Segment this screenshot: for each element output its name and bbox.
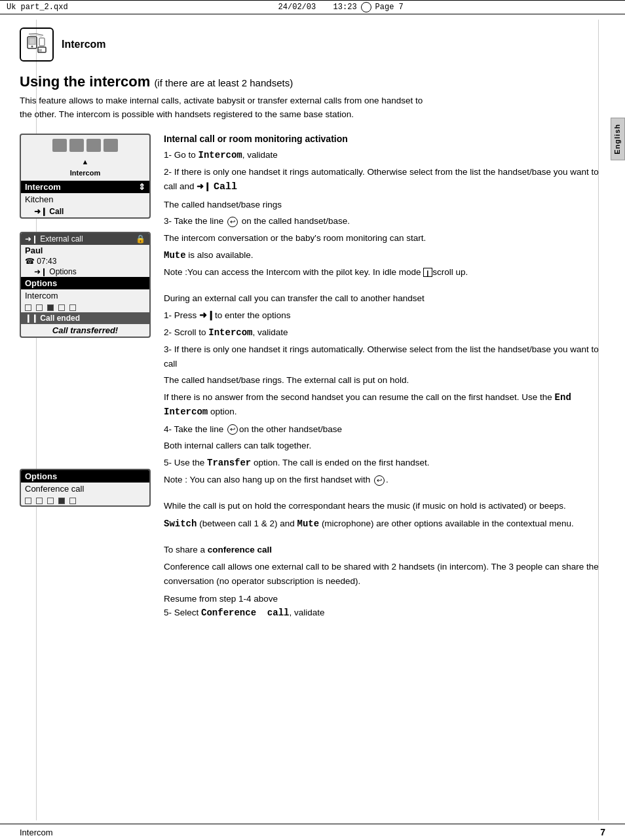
footer-label: Intercom xyxy=(20,828,53,837)
phone-icon-2 xyxy=(69,139,84,152)
screen2-options-bar: Options xyxy=(21,277,149,289)
s2-step3c: If there is no answer from the second ha… xyxy=(164,390,605,420)
screen1-row3: ➜❙ Call xyxy=(21,206,149,217)
dot1 xyxy=(25,304,31,311)
line-icon-1: ↩ xyxy=(227,217,238,227)
s1-step3: The called handset/base rings xyxy=(164,198,605,212)
section4-intro: Conference call allows one external call… xyxy=(164,560,605,588)
s2-step4b: Both internal callers can talk together. xyxy=(164,439,605,453)
s2-step2: 2- Scroll to Intercom, validate xyxy=(164,325,605,340)
screen2-dots xyxy=(21,302,149,312)
icon-title: Intercom xyxy=(62,39,106,50)
section3-intro: While the call is put on hold the corres… xyxy=(164,499,605,513)
section1-title: Internal call or room monitoring activat… xyxy=(164,134,605,144)
page-title-bold: Using the intercom xyxy=(20,73,150,90)
screen3-options-bar: Options xyxy=(21,470,149,483)
section2: During an external call you can transfer… xyxy=(164,291,605,487)
screen3-conf: Conference call xyxy=(21,483,149,495)
screen1-label: ▲ xyxy=(21,157,149,169)
svg-rect-1 xyxy=(29,38,35,45)
s2-step5b: Note : You can also hang up on the first… xyxy=(164,473,605,487)
page-number: 7 xyxy=(600,827,605,837)
screen1-intercom-label: Intercom xyxy=(21,169,149,181)
dot5 xyxy=(69,304,76,311)
intercom-icon-box: ✉ xyxy=(20,27,54,62)
section4-step5: 5- Select Conference call, validate xyxy=(164,606,605,620)
s3dot4 xyxy=(58,498,65,504)
header-center: 24/02/03 13:23 Page 7 xyxy=(278,2,404,12)
page-title: Using the intercom (if there are at leas… xyxy=(20,73,605,90)
page-title-subtitle: (if there are at least 2 handsets) xyxy=(154,77,293,88)
section1-steps: 1- Go to Intercom, validate 2- If there … xyxy=(164,148,605,280)
svg-rect-3 xyxy=(39,38,45,46)
screen2-transferred: Call transferred! xyxy=(21,324,149,337)
line-icon-2: ↩ xyxy=(227,424,238,435)
screen3-dots xyxy=(21,495,149,505)
s1-step4: 3- Take the line ↩ on the called handset… xyxy=(164,214,605,228)
s2-step3b: The called handset/base rings. The exter… xyxy=(164,373,605,388)
phone-icon-3 xyxy=(86,139,101,152)
s1-step7: Note :You can access the Intercom with t… xyxy=(164,265,605,280)
screen2-options-indent: ➜❙ Options xyxy=(21,266,149,277)
screen2-name: Paul xyxy=(21,245,149,256)
dot3 xyxy=(47,304,54,311)
section2-steps: 1- Press ➜❙to enter the options 2- Scrol… xyxy=(164,308,605,487)
main-content: ✉ Intercom Using the intercom (if there … xyxy=(0,14,625,646)
s3dot5 xyxy=(69,498,76,504)
phone-screen-1: ▲ Intercom Intercom ⇕ Kitchen ➜❙ Call xyxy=(20,134,151,219)
screen2-time: ☎ 07:43 xyxy=(21,256,149,266)
dot2 xyxy=(36,304,43,311)
s2-step3: 3- If there is only one handset it rings… xyxy=(164,342,605,371)
phone-screen-3: Options Conference call xyxy=(20,469,151,507)
line-icon-3: ↩ xyxy=(374,475,385,486)
s1-step2: 2- If there is only one handset it rings… xyxy=(164,165,605,195)
phone-icon-4 xyxy=(104,139,118,152)
svg-point-2 xyxy=(31,46,33,48)
circle-mark xyxy=(361,2,371,12)
phone-icons-row xyxy=(21,135,149,155)
dot4 xyxy=(58,304,65,311)
page-header: Uk part_2.qxd 24/02/03 13:23 Page 7 xyxy=(0,0,625,14)
section4-step-resume: Resume from step 1-4 above xyxy=(164,592,605,606)
scroll-icon: ❙ xyxy=(423,268,432,277)
screen2-intercom: Intercom xyxy=(21,289,149,302)
header-left: Uk part_2.qxd xyxy=(7,3,68,12)
page-footer: Intercom 7 xyxy=(0,824,625,840)
left-column: ▲ Intercom Intercom ⇕ Kitchen ➜❙ Call ➜❙… xyxy=(20,134,151,632)
intro-text: This feature allows to make internal cal… xyxy=(20,94,426,122)
s3dot3 xyxy=(47,498,54,504)
s1-step5: The intercom conversation or the baby's … xyxy=(164,231,605,246)
icon-section: ✉ Intercom xyxy=(20,27,605,62)
screen1-row1: Intercom ⇕ xyxy=(21,181,149,193)
phone-icon-1 xyxy=(52,139,67,152)
s2-step4: 4- Take the line ↩on the other handset/b… xyxy=(164,422,605,437)
section3-text: Switch (between call 1 & 2) and Mute (mi… xyxy=(164,517,605,531)
section3: While the call is put on hold the corres… xyxy=(164,499,605,531)
screen2-callended: ❙❙ Call ended xyxy=(21,312,149,324)
header-right-spacer xyxy=(614,3,618,12)
intercom-svg-icon: ✉ xyxy=(25,33,48,56)
phone-screen-2: ➜❙ External call 🔒 Paul ☎ 07:43 ➜❙ Optio… xyxy=(20,232,151,338)
screen1-row2: Kitchen xyxy=(21,193,149,206)
svg-text:✉: ✉ xyxy=(39,48,42,52)
section2-intro: During an external call you can transfer… xyxy=(164,291,605,306)
s3dot2 xyxy=(36,498,43,504)
right-column: Internal call or room monitoring activat… xyxy=(164,134,605,632)
s2-step1: 1- Press ➜❙to enter the options xyxy=(164,308,605,323)
section4: To share a conference call Conference ca… xyxy=(164,543,605,621)
two-col-layout: ▲ Intercom Intercom ⇕ Kitchen ➜❙ Call ➜❙… xyxy=(20,134,605,632)
s1-step1: 1- Go to Intercom, validate xyxy=(164,148,605,162)
s2-step5: 5- Use the Transfer option. The call is … xyxy=(164,456,605,470)
screen2-header: ➜❙ External call 🔒 xyxy=(21,233,149,245)
section4-title: To share a conference call xyxy=(164,543,605,557)
section1: Internal call or room monitoring activat… xyxy=(164,134,605,280)
s3dot1 xyxy=(25,498,31,504)
s1-step6: Mute is also available. xyxy=(164,248,605,263)
